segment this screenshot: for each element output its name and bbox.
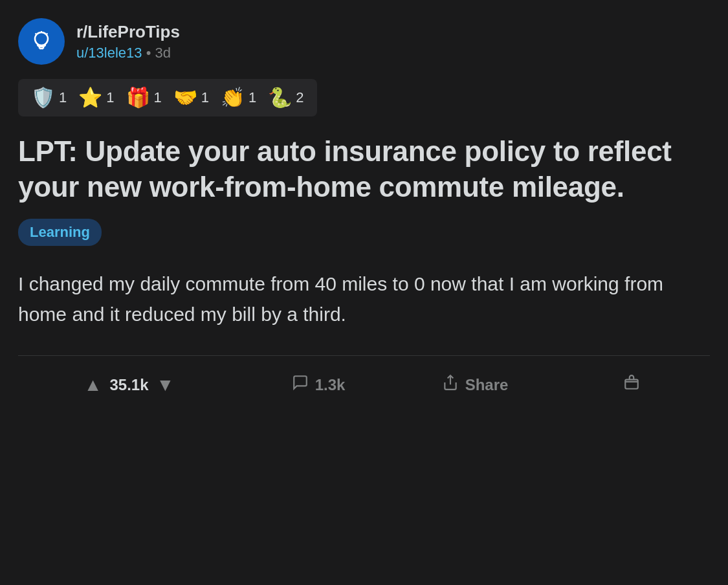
post-meta: r/LifeProTips u/13lele13 • 3d [76, 22, 180, 61]
award-count-5: 1 [248, 89, 256, 106]
comment-button[interactable]: 1.3k [240, 368, 397, 402]
separator: • [146, 45, 155, 61]
post-actions: ▲ 35.1k ▼ 1.3k Share [18, 355, 710, 402]
svg-line-5 [36, 34, 37, 35]
post-header: r/LifeProTips u/13lele13 • 3d [18, 18, 710, 65]
post-title: LPT: Update your auto insurance policy t… [18, 133, 710, 204]
award-item-6: 🐍 2 [268, 88, 303, 107]
vote-group: ▲ 35.1k ▼ [18, 368, 240, 402]
comment-icon [292, 374, 309, 395]
award-icon-snake: 🐍 [268, 88, 292, 107]
award-count-2: 1 [106, 89, 114, 106]
award-button[interactable] [553, 368, 710, 402]
award-icon-shield: 🛡️ [31, 88, 55, 107]
flair-tag[interactable]: Learning [18, 219, 102, 246]
award-icon-hands: 🤝 [173, 88, 197, 107]
awards-bar: 🛡️ 1 ⭐ 1 🎁 1 🤝 1 👏 1 🐍 2 [18, 79, 317, 116]
post-container: r/LifeProTips u/13lele13 • 3d 🛡️ 1 ⭐ 1 🎁… [0, 0, 728, 417]
post-info: u/13lele13 • 3d [76, 45, 180, 61]
svg-line-6 [47, 34, 48, 35]
username[interactable]: u/13lele13 [76, 45, 142, 61]
award-item-5: 👏 1 [221, 88, 256, 107]
post-body: I changed my daily commute from 40 miles… [18, 269, 710, 329]
award-count-1: 1 [59, 89, 67, 106]
subreddit-name[interactable]: r/LifeProTips [76, 22, 180, 42]
award-item-3: 🎁 1 [126, 88, 162, 107]
award-action-icon [623, 374, 640, 395]
award-item-4: 🤝 1 [173, 88, 209, 107]
share-button[interactable]: Share [397, 368, 553, 402]
award-item-1: 🛡️ 1 [31, 88, 67, 107]
svg-point-0 [35, 32, 48, 45]
svg-rect-8 [625, 380, 638, 389]
vote-count: 35.1k [109, 376, 148, 394]
share-icon [442, 374, 459, 395]
award-icon-gift: 🎁 [126, 88, 150, 107]
upvote-icon[interactable]: ▲ [84, 375, 102, 395]
award-item-2: ⭐ 1 [78, 88, 114, 107]
post-age: 3d [155, 45, 171, 61]
share-label: Share [465, 376, 509, 394]
downvote-icon[interactable]: ▼ [157, 375, 175, 395]
subreddit-icon[interactable] [18, 18, 65, 65]
award-count-3: 1 [154, 89, 162, 106]
award-icon-clap: 👏 [221, 88, 245, 107]
bulb-icon [28, 28, 54, 54]
award-count-6: 2 [296, 89, 303, 106]
award-icon-star: ⭐ [78, 88, 102, 107]
award-count-4: 1 [201, 89, 209, 106]
comment-count: 1.3k [315, 376, 346, 394]
